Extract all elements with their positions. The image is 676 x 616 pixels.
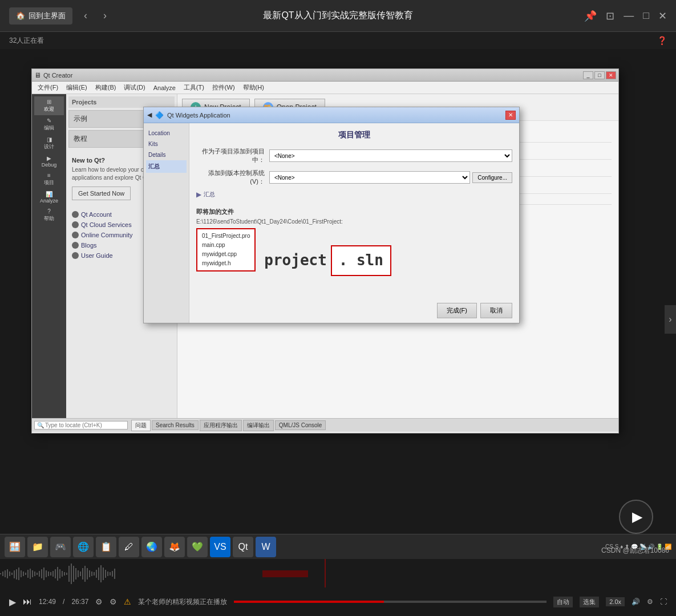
home-button[interactable]: 🏠 回到主界面 [9, 7, 72, 25]
online-community-icon [72, 232, 79, 238]
dialog-nav-summary[interactable]: 汇总 [146, 160, 187, 173]
top-bar: 🏠 回到主界面 ‹ › 最新QT从入门到实战完整版传智教育 📌 ⊡ — □ ✕ [0, 0, 676, 32]
fullscreen-player-icon[interactable]: ⛶ [660, 598, 667, 606]
tab-search-results[interactable]: Search Results [152, 420, 199, 430]
taskbar-btn-files[interactable]: 📁 [27, 537, 48, 557]
finish-button[interactable]: 完成(F) [437, 303, 477, 318]
taskbar-btn-qtcreator[interactable]: Qt [233, 537, 253, 557]
qt-restore-btn[interactable]: □ [594, 71, 605, 79]
qt-creator-window: 🖥 Qt Creator _ □ ✕ 文件(F) 编辑(E) 构建(B) 调试(… [31, 68, 619, 433]
taskbar-btn-chrome[interactable]: 🌐 [73, 537, 94, 557]
projects-header: Projects [68, 96, 175, 108]
expand-panel-button[interactable]: › [665, 305, 676, 334]
maximize-icon[interactable]: □ [643, 10, 649, 22]
subtitle-icon[interactable]: ⚙ [95, 597, 103, 606]
menu-analyze[interactable]: Analyze [150, 83, 179, 92]
question-icon[interactable]: ❓ [657, 36, 667, 45]
taskbar-btn-word[interactable]: W [256, 537, 276, 557]
location-select[interactable]: <None> [269, 149, 512, 162]
taskbar-btn-green[interactable]: 💚 [187, 537, 208, 557]
sidebar-item-welcome[interactable]: ⊞ 欢迎 [34, 96, 64, 115]
dialog-back-icon[interactable]: ◀ [147, 111, 152, 119]
files-title: 即将加的文件 [196, 208, 512, 216]
taskbar-btn-clipboard[interactable]: 📋 [96, 537, 116, 557]
minimize-icon[interactable]: — [624, 10, 634, 22]
top-bar-left: 🏠 回到主界面 ‹ › [9, 7, 111, 25]
volume-icon[interactable]: 🔊 [632, 598, 640, 606]
summary-link[interactable]: ▶ 汇总 [196, 191, 512, 198]
tab-issues[interactable]: 问题 [131, 420, 151, 431]
taskbar-btn-code[interactable]: VS [210, 537, 230, 557]
taskbar-btn-fox[interactable]: 🦊 [164, 537, 185, 557]
play-button[interactable]: ▶ [9, 597, 16, 607]
home-icon: 🏠 [16, 11, 25, 20]
cloud-services-label: Qt Cloud Services [81, 221, 132, 228]
fullscreen-icon[interactable]: ⊡ [606, 10, 614, 22]
dialog-nav-kits[interactable]: Kits [146, 139, 187, 149]
auto-button[interactable]: 自动 [553, 597, 573, 607]
svg-rect-40 [89, 570, 90, 577]
pin-icon[interactable]: 📌 [584, 10, 597, 22]
cancel-button[interactable]: 取消 [480, 303, 512, 318]
taskbar: 🪟 📁 🎮 🌐 📋 🖊 🌏 🦊 💚 VS Qt W CS S ♦ ⬆ 💬 📡 🔊… [0, 534, 676, 559]
vcs-select[interactable]: <None> [269, 171, 470, 184]
svg-rect-39 [87, 568, 88, 579]
chevron-right-icon: › [669, 314, 671, 325]
menu-help[interactable]: 帮助(H) [240, 82, 268, 93]
waveform-area [0, 559, 676, 587]
taskbar-btn-game[interactable]: 🎮 [50, 537, 71, 557]
configure-button[interactable]: Configure... [472, 172, 512, 183]
menu-file[interactable]: 文件(F) [34, 82, 62, 93]
qt-close-btn[interactable]: ✕ [606, 71, 616, 79]
search-area[interactable]: 🔍 [34, 421, 128, 429]
location-label: 作为子项目添加到项目中： [196, 147, 265, 164]
dialog-nav-details[interactable]: Details [146, 149, 187, 160]
get-started-button[interactable]: Get Started Now [72, 187, 131, 200]
close-icon[interactable]: ✕ [658, 10, 667, 22]
speed-button[interactable]: 2.0x [606, 597, 625, 606]
menu-build[interactable]: 构建(B) [92, 82, 120, 93]
forward-button[interactable]: › [99, 7, 111, 24]
taskbar-btn-browser[interactable]: 🌏 [141, 537, 162, 557]
dialog-nav-location[interactable]: Location [146, 128, 187, 139]
next-button[interactable]: ⏭ [23, 597, 32, 607]
svg-rect-1 [0, 573, 1, 574]
back-button[interactable]: ‹ [79, 7, 92, 24]
tab-compile-output[interactable]: 编译输出 [243, 420, 274, 431]
svg-rect-14 [30, 569, 31, 579]
settings-icon[interactable]: ⚙ [110, 597, 117, 606]
sidebar-item-edit[interactable]: ✎ 编辑 [34, 115, 64, 134]
files-annotated-area: 01_FirstProject.pro main.cpp mywidget.cp… [196, 228, 391, 276]
progress-bar[interactable] [234, 601, 547, 603]
episode-button[interactable]: 选集 [580, 597, 599, 607]
settings-right-icon[interactable]: ⚙ [647, 598, 653, 606]
menu-tools[interactable]: 工具(T) [180, 82, 208, 93]
menu-widgets[interactable]: 控件(W) [209, 82, 238, 93]
svg-rect-36 [80, 572, 81, 576]
svg-rect-3 [5, 570, 6, 577]
play-overlay-icon: ▶ [632, 509, 642, 525]
qt-minimize-btn[interactable]: _ [583, 71, 593, 79]
menu-edit[interactable]: 编辑(E) [63, 82, 91, 93]
sidebar-item-help[interactable]: ? 帮助 [34, 206, 64, 225]
sidebar-item-design[interactable]: ◨ 设计 [34, 134, 64, 153]
taskbar-btn-edit[interactable]: 🖊 [119, 537, 139, 557]
sidebar-item-projects[interactable]: ≡ 项目 [34, 170, 64, 189]
svg-rect-30 [66, 573, 67, 575]
dialog-close-button[interactable]: ✕ [505, 111, 516, 120]
taskbar-btn-start[interactable]: 🪟 [5, 537, 25, 557]
blogs-label: Blogs [81, 242, 97, 249]
menu-debug[interactable]: 调试(D) [120, 82, 148, 93]
file-item-widget-h: mywidget.h [202, 259, 250, 268]
svg-rect-8 [16, 569, 17, 579]
dialog-body: Location Kits Details 汇总 项目管理 作为子项目添加到项目… [144, 123, 519, 323]
svg-rect-32 [71, 564, 72, 584]
sidebar-item-analyze[interactable]: 📊 Analyze [34, 189, 64, 206]
svg-rect-24 [52, 571, 54, 577]
tab-qml-console[interactable]: QML/JS Console [275, 420, 326, 430]
search-input[interactable] [45, 422, 125, 428]
tab-app-output[interactable]: 应用程序输出 [200, 420, 242, 431]
sidebar-item-debug[interactable]: ▶ Debug [34, 153, 64, 170]
video-player: ▶ ⏭ 12:49 / 26:37 ⚙ ⚙ ⚠ 某个老师的精彩视频正在播放 自动… [0, 559, 676, 616]
play-overlay-button[interactable]: ▶ [619, 500, 653, 534]
